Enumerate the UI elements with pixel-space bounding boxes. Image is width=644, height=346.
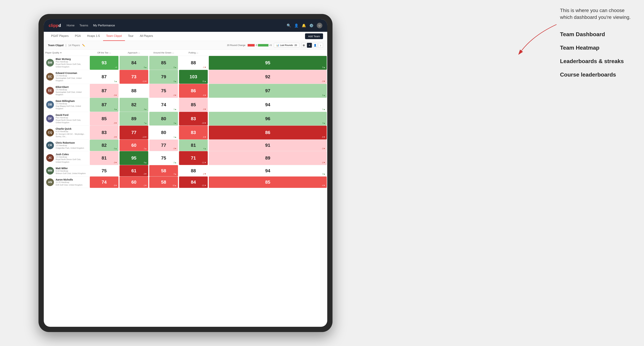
score-number: 84 bbox=[132, 60, 136, 65]
player-cell[interactable]: DF David Ford Plus Handicap Royal North … bbox=[44, 112, 89, 126]
score-inner: 80 3▲ bbox=[149, 112, 178, 126]
separator: | bbox=[66, 44, 66, 47]
player-club: Royal North Devon Golf Club, United King… bbox=[56, 119, 87, 124]
player-cell[interactable]: MM Matt Miller 6-10 Handicap Woburn Golf… bbox=[44, 165, 89, 176]
tab-pgat-players[interactable]: PGAT Players bbox=[48, 32, 72, 41]
player-avatar: EC bbox=[46, 73, 54, 81]
col-header-off-tee: Off the Tee — bbox=[89, 50, 119, 56]
settings-icon[interactable]: ⚙️ bbox=[309, 23, 314, 28]
table-row: CQ Charlie Quick 6-10 Handicap St. Georg… bbox=[44, 126, 327, 140]
score-inner: 94 3▲ bbox=[209, 165, 327, 176]
tab-tour[interactable]: Tour bbox=[125, 32, 137, 41]
tab-team-clippd[interactable]: Team Clippd bbox=[103, 32, 125, 41]
score-inner: 89 -2▼ bbox=[209, 151, 327, 165]
score-cell-player_quality: 93 +4 bbox=[89, 56, 119, 70]
view-grid-btn[interactable]: ⊞ bbox=[301, 43, 306, 48]
score-inner: 75 bbox=[90, 165, 118, 176]
score-inner: 83 -10▼ bbox=[179, 112, 208, 126]
score-cell-off_tee: 88 bbox=[119, 84, 149, 98]
score-cell-approach: 58 10▲ bbox=[149, 176, 178, 188]
score-inner: 91 -3▼ bbox=[209, 140, 327, 151]
view-table-btn[interactable]: ≡ bbox=[307, 43, 312, 48]
view-download-btn[interactable]: ↓ bbox=[318, 43, 323, 48]
sort-icon[interactable]: ▼ bbox=[60, 52, 62, 54]
player-cell[interactable]: AN Aaron Nicholls 11-15 Handicap Drift G… bbox=[44, 176, 89, 188]
score-number: 85 bbox=[161, 60, 166, 65]
table-row: DB Dave Billingham 1-5 Handicap Gog Mago… bbox=[44, 98, 327, 112]
player-avatar: DF bbox=[46, 115, 54, 123]
score-cell-putting: 96 3▲ bbox=[208, 112, 327, 126]
player-cell[interactable]: EE Elliot Ebert 1-5 Handicap Sunningdale… bbox=[44, 84, 89, 98]
player-handicap: 6-10 Handicap bbox=[56, 130, 87, 133]
score-number: 58 bbox=[161, 179, 166, 185]
score-change: -2▼ bbox=[203, 173, 206, 175]
score-change: 6▲ bbox=[144, 66, 147, 68]
tab-pga[interactable]: PGA bbox=[72, 32, 84, 41]
score-cell-approach: 74 1▲ bbox=[149, 98, 178, 112]
score-inner: 82 -3▲ bbox=[90, 140, 118, 151]
pos-change: +5 bbox=[269, 44, 272, 46]
score-change: -3▼ bbox=[322, 80, 325, 82]
col-header-approach: Approach — bbox=[119, 50, 149, 56]
score-number: 87 bbox=[102, 74, 107, 79]
score-inner: 93 +4 bbox=[90, 56, 118, 70]
edit-icon[interactable]: ✏️ bbox=[82, 44, 85, 47]
table-row: EE Elliot Ebert 1-5 Handicap Sunningdale… bbox=[44, 84, 327, 98]
player-info: David Ford Plus Handicap Royal North Dev… bbox=[56, 114, 87, 124]
player-avatar: MM bbox=[46, 167, 54, 174]
score-inner: 81 -3▼ bbox=[90, 151, 118, 165]
nav-my-performance[interactable]: My Performance bbox=[93, 24, 115, 27]
nav-home[interactable]: Home bbox=[67, 24, 74, 27]
score-cell-player_quality: 82 -3▲ bbox=[89, 140, 119, 151]
score-change: 5▲ bbox=[322, 94, 325, 96]
score-inner: 92 -3▼ bbox=[209, 70, 327, 84]
last-rounds-button[interactable]: 📊 Last Rounds: 20 bbox=[274, 43, 299, 47]
bell-icon[interactable]: 🔔 bbox=[302, 23, 306, 28]
score-change: 1▲ bbox=[322, 108, 325, 110]
add-team-button[interactable]: Add Team bbox=[305, 33, 323, 39]
annotation-area: This is where you can choose which dashb… bbox=[560, 7, 634, 85]
player-club: Royal North Devon Golf Club, United King… bbox=[56, 63, 87, 68]
score-number: 88 bbox=[191, 60, 196, 65]
score-change: 8▲ bbox=[174, 66, 176, 68]
score-change: -4▼ bbox=[322, 184, 325, 186]
score-number: 61 bbox=[132, 168, 136, 173]
score-number: 77 bbox=[132, 130, 136, 135]
players-table: Player Quality ▼ Off the Tee — Approach … bbox=[44, 50, 327, 188]
avatar[interactable]: U bbox=[317, 23, 322, 28]
score-inner: 96 3▲ bbox=[209, 112, 327, 126]
user-icon[interactable]: 👤 bbox=[294, 23, 298, 28]
score-change: 9▲ bbox=[174, 80, 176, 82]
score-cell-around_green: 86 -6▼ bbox=[178, 84, 208, 98]
player-avatar: JC bbox=[46, 154, 54, 162]
player-cell[interactable]: CQ Charlie Quick 6-10 Handicap St. Georg… bbox=[44, 126, 89, 140]
nav-teams[interactable]: Teams bbox=[80, 24, 88, 27]
score-change: 15▲ bbox=[202, 80, 206, 82]
player-avatar: DB bbox=[46, 101, 54, 109]
player-cell[interactable]: JC Josh Coles 1-5 Handicap Royal North D… bbox=[44, 151, 89, 165]
player-info: Dave Billingham 1-5 Handicap Gog Magog G… bbox=[56, 100, 87, 110]
search-icon[interactable]: 🔍 bbox=[287, 23, 291, 28]
score-number: 83 bbox=[191, 130, 196, 135]
col-header-player: Player Quality ▼ bbox=[44, 50, 89, 56]
tab-hcaps[interactable]: Hcaps 1-5 bbox=[84, 32, 103, 41]
last-rounds-val: 20 bbox=[294, 44, 297, 46]
score-inner: 84 -21▼ bbox=[179, 176, 208, 188]
tab-all-players[interactable]: All Players bbox=[137, 32, 156, 41]
player-cell[interactable]: EC Edward Crossman 1-5 Handicap Sunningd… bbox=[44, 70, 89, 84]
score-change: -3▼ bbox=[114, 122, 117, 124]
score-number: 79 bbox=[161, 74, 166, 79]
player-cell[interactable]: BM Blair McHarg Plus Handicap Royal Nort… bbox=[44, 56, 89, 70]
table-row: BM Blair McHarg Plus Handicap Royal Nort… bbox=[44, 56, 327, 70]
score-change: -8▼ bbox=[114, 184, 117, 186]
player-name: Blair McHarg bbox=[56, 58, 87, 60]
player-handicap: Plus Handicap bbox=[56, 116, 87, 119]
player-cell[interactable]: DB Dave Billingham 1-5 Handicap Gog Mago… bbox=[44, 98, 89, 112]
view-person-btn[interactable]: 👤 bbox=[312, 43, 318, 48]
score-change: 1▲ bbox=[174, 136, 176, 138]
score-cell-player_quality: 81 -3▼ bbox=[89, 151, 119, 165]
score-inner: 83 -3▼ bbox=[90, 126, 118, 140]
score-cell-player_quality: 83 -3▼ bbox=[89, 126, 119, 140]
score-cell-off_tee: 95 8▲ bbox=[119, 151, 149, 165]
player-cell[interactable]: CR Chris Robertson 1-5 Handicap Craigmil… bbox=[44, 140, 89, 151]
